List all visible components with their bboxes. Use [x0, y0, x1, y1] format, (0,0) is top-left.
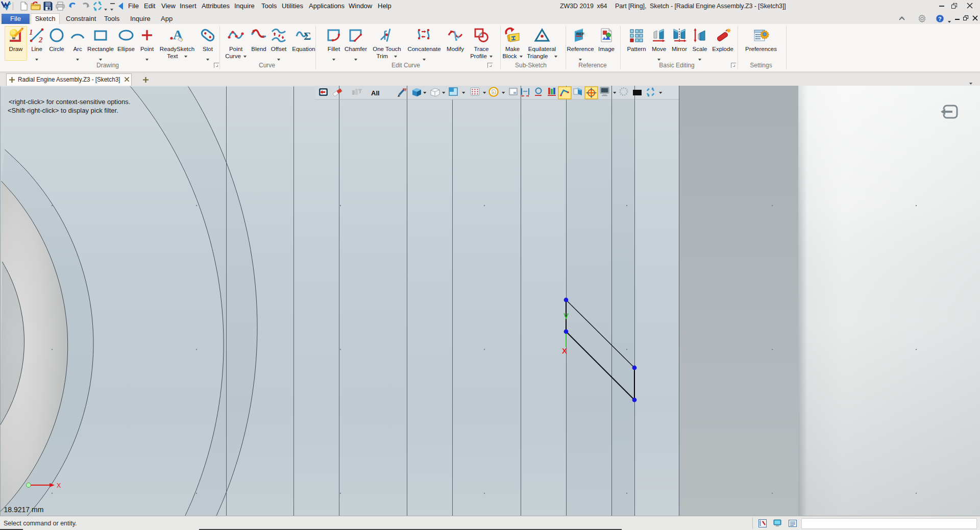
svg-text:xy: xy: [403, 87, 407, 91]
svg-text:All: All: [371, 89, 380, 97]
svg-text:<right-click> for context-sens: <right-click> for context-sensitive opti…: [9, 98, 130, 106]
svg-text:?: ?: [938, 16, 942, 22]
svg-text:X: X: [562, 346, 567, 355]
svg-text:<Shift-right-click> to display: <Shift-right-click> to display pick filt…: [8, 107, 118, 114]
svg-text:18.9217 mm: 18.9217 mm: [4, 506, 44, 514]
svg-text:X: X: [57, 482, 61, 489]
